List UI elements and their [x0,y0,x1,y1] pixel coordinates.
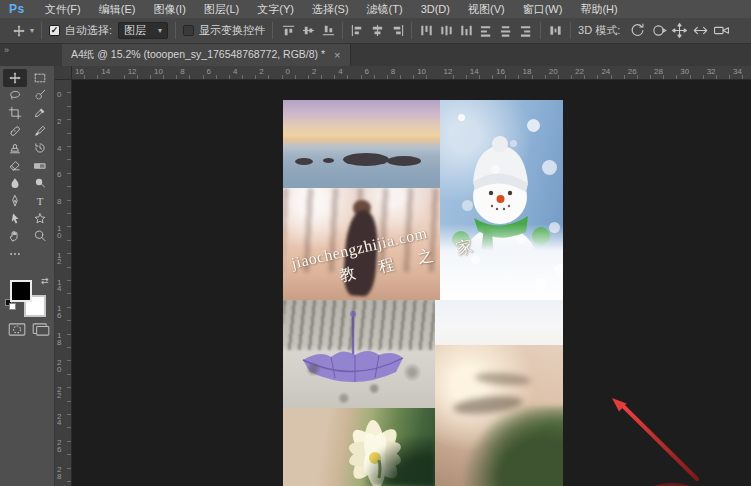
tab-close-icon[interactable]: × [334,49,340,61]
hand-tool[interactable] [3,227,27,245]
ruler-top-label: 22 [575,67,584,76]
path-select-tool[interactable] [3,210,27,228]
ruler-vertical[interactable]: 024681 01 21 41 61 82 02 22 42 62 8 [55,80,72,486]
ruler-top-label: 28 [654,67,663,76]
3d-dolly-icon[interactable] [713,23,730,39]
menu-items: 文件(F)编辑(E)图像(I)图层(L)文字(Y)选择(S)滤镜(T)3D(D)… [36,0,627,18]
3d-orbit-icon[interactable] [629,23,646,39]
menu-item-2[interactable]: 图像(I) [144,0,194,18]
quick-select-tool[interactable] [28,87,52,105]
divider [342,22,343,39]
screen-mode-button[interactable] [31,322,51,337]
snow-bokeh [458,114,465,121]
pen-tool[interactable] [3,192,27,210]
ruler-top-label: 4 [233,67,237,76]
blur-tool[interactable] [3,175,27,193]
3d-pan-icon[interactable] [671,23,688,39]
ruler-top-label: 4 [338,67,342,76]
dist-spacing-icon[interactable] [547,24,563,38]
eyedropper-tool[interactable] [28,104,52,122]
misty-lotus-pond-photo [435,345,563,486]
ruler-left-label: 2 8 [57,467,61,480]
divider [411,22,412,39]
move-tool[interactable] [3,69,27,87]
ruler-top-label: 34 [733,67,742,76]
photoshop-logo-icon: Ps [0,2,36,16]
menu-item-4[interactable]: 文字(Y) [248,0,303,18]
dist-bottom-icon[interactable] [458,24,474,38]
dist-left-icon[interactable] [478,24,494,38]
ruler-top-label: 12 [443,67,452,76]
panel-collapse-icon[interactable]: » [4,45,8,55]
alignment-buttons [280,22,563,39]
auto-select-checkbox[interactable]: ✓ [49,25,60,36]
swap-colors-icon[interactable]: ⇄ [41,276,49,286]
eraser-tool[interactable] [3,157,27,175]
dist-top-icon[interactable] [418,24,434,38]
menu-item-6[interactable]: 滤镜(T) [358,0,412,18]
foreground-color-swatch[interactable] [10,280,32,302]
ruler-top-label: 18 [522,67,531,76]
ruler-horizontal[interactable]: 1614121086420246810121416182022242628303… [72,66,751,80]
brush-tool[interactable] [28,122,52,140]
ruler-top-label: 6 [365,67,369,76]
ruler-left-label: 2 6 [57,440,61,453]
auto-select-target-dropdown[interactable]: 图层 ▾ [118,22,168,39]
show-transform-checkbox[interactable] [183,25,194,36]
photoshop-window: Ps 文件(F)编辑(E)图像(I)图层(L)文字(Y)选择(S)滤镜(T)3D… [0,0,751,486]
3d-mode-group: 3D 模式: [578,23,730,39]
zoom-tool[interactable] [28,227,52,245]
menu-item-3[interactable]: 图层(L) [195,0,248,18]
menu-item-10[interactable]: 帮助(H) [571,0,626,18]
document-tab[interactable]: A4纸 @ 15.2% (tooopen_sy_176548768772, RG… [62,44,351,66]
more-tool[interactable] [3,245,27,263]
custom-shape-tool[interactable] [28,210,52,228]
align-bottom-icon[interactable] [320,24,336,38]
ruler-left-label: 0 [57,92,61,99]
history-brush-tool[interactable] [28,139,52,157]
ruler-left-label: 1 2 [57,253,61,266]
purple-umbrella-photo [283,300,435,408]
ruler-left-label: 4 [57,146,61,153]
align-top-icon[interactable] [280,24,296,38]
canvas[interactable]: jiaochengzhijia.com 教 程 之 家 [283,100,563,486]
type-tool[interactable]: T [28,192,52,210]
ruler-left-label: 1 6 [57,306,61,319]
clone-stamp-tool[interactable] [3,139,27,157]
dist-right-icon[interactable] [518,24,534,38]
menu-item-9[interactable]: 窗口(W) [514,0,572,18]
dodge-tool[interactable] [28,175,52,193]
align-left-icon[interactable] [349,24,365,38]
align-hcenter-icon[interactable] [369,24,385,38]
menu-item-0[interactable]: 文件(F) [36,0,90,18]
document-tab-title: A4纸 @ 15.2% (tooopen_sy_176548768772, RG… [71,48,325,62]
menu-item-1[interactable]: 编辑(E) [90,0,145,18]
align-vcenter-icon[interactable] [300,24,316,38]
spot-healing-tool[interactable] [3,122,27,140]
menu-item-8[interactable]: 视图(V) [459,0,514,18]
align-right-icon[interactable] [389,24,405,38]
ruler-origin-corner[interactable] [55,66,72,80]
ruler-top-label: 10 [417,67,426,76]
quick-mask-button[interactable] [7,322,27,337]
3d-roll-icon[interactable] [650,23,667,39]
dist-vcenter-icon[interactable] [438,24,454,38]
menu-item-5[interactable]: 选择(S) [303,0,358,18]
menu-item-7[interactable]: 3D(D) [412,0,459,18]
gradient-tool[interactable] [28,157,52,175]
tool-preset-caret-icon[interactable]: ▾ [30,26,34,35]
lasso-tool[interactable] [3,87,27,105]
3d-slide-icon[interactable] [692,23,709,39]
dist-hcenter-icon[interactable] [498,24,514,38]
ruler-left-label: 1 0 [57,226,61,239]
ruler-top-label: 12 [128,67,137,76]
crop-tool[interactable] [3,104,27,122]
options-bar: ▾ ✓ 自动选择: 图层 ▾ 显示变换控件 3D 模式: [0,18,751,44]
ruler-top-label: 0 [286,67,290,76]
ruler-top-label: 2 [312,67,316,76]
ruler-left-label: 8 [57,199,61,206]
ruler-top-label: 8 [391,67,395,76]
marquee-tool[interactable] [28,69,52,87]
snow-white-area [435,300,563,345]
divider [540,22,541,39]
